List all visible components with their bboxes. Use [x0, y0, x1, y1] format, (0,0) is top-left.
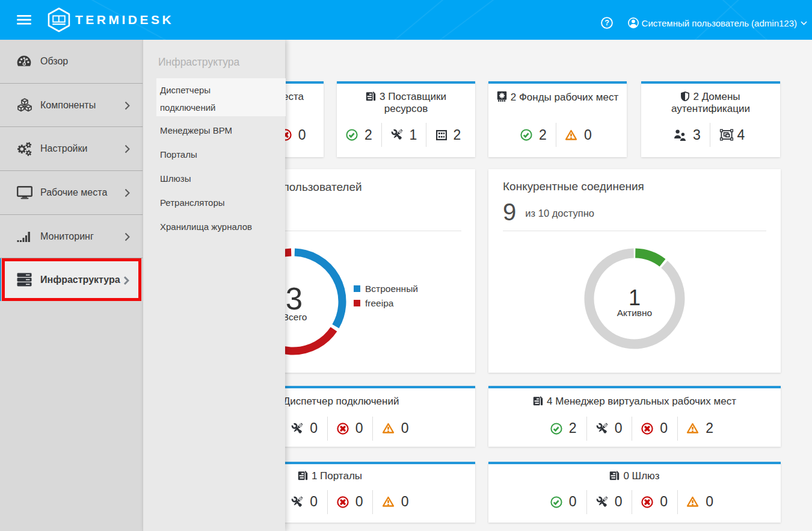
svg-text:?: ?: [604, 19, 609, 27]
